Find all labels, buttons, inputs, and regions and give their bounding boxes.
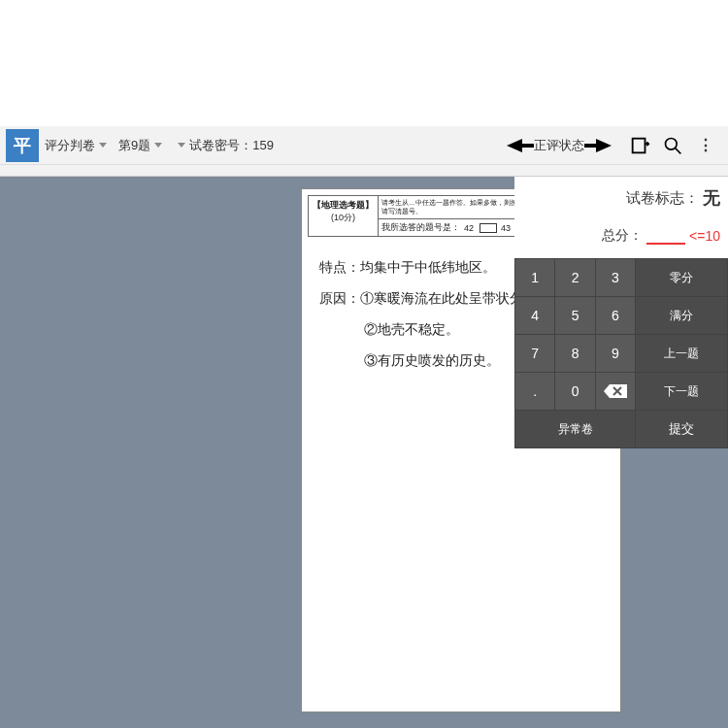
key-full-score[interactable]: 满分 xyxy=(636,297,727,334)
key-2[interactable]: 2 xyxy=(555,259,594,296)
key-1[interactable]: 1 xyxy=(515,259,554,296)
checkbox-42 xyxy=(480,223,497,233)
key-submit[interactable]: 提交 xyxy=(636,411,727,447)
caret-down-icon xyxy=(99,143,107,148)
prev-arrow-icon[interactable] xyxy=(507,139,522,152)
key-next-question[interactable]: 下一题 xyxy=(636,373,727,410)
backspace-icon xyxy=(604,384,627,398)
score-panel: 试卷标志： 无 总分： <=10 1 2 3 零分 4 5 6 满分 7 8 9… xyxy=(514,177,728,448)
question-dropdown[interactable]: 第9题 xyxy=(118,137,162,154)
question-label: 第9题 xyxy=(118,137,150,154)
score-input[interactable] xyxy=(646,227,685,245)
top-whitespace xyxy=(0,0,728,126)
more-icon[interactable]: ⋮ xyxy=(695,135,716,156)
paper-code-label: 试卷密号：159 xyxy=(189,137,274,154)
key-7[interactable]: 7 xyxy=(515,335,554,372)
mark-label: 试卷标志： xyxy=(626,189,699,208)
key-0[interactable]: 0 xyxy=(555,373,594,410)
answer-prompt: 我所选答的题号是： xyxy=(381,221,460,234)
key-4[interactable]: 4 xyxy=(515,297,554,334)
grading-dropdown[interactable]: 评分判卷 xyxy=(45,137,107,154)
opt-43: 43 xyxy=(501,223,511,233)
section-title: 【地理选考题】 xyxy=(311,199,376,212)
section-points: (10分) xyxy=(311,212,376,224)
export-icon[interactable] xyxy=(629,135,650,156)
toolbar: 平 评分判卷 第9题 试卷密号：159 正评状态 ⋮ xyxy=(0,126,728,165)
mark-row: 试卷标志： 无 xyxy=(514,177,728,219)
opt-42: 42 xyxy=(464,223,474,233)
next-arrow-icon[interactable] xyxy=(596,139,612,152)
keypad: 1 2 3 零分 4 5 6 满分 7 8 9 上一题 . 0 下一题 异常卷 … xyxy=(514,258,728,448)
caret-down-icon xyxy=(154,143,162,148)
key-prev-question[interactable]: 上一题 xyxy=(636,335,727,372)
left-gutter xyxy=(0,177,194,728)
key-9[interactable]: 9 xyxy=(596,335,635,372)
key-zero-score[interactable]: 零分 xyxy=(636,259,727,296)
key-abnormal[interactable]: 异常卷 xyxy=(515,411,635,447)
search-icon[interactable] xyxy=(662,135,683,156)
status-label: 正评状态 xyxy=(534,137,584,154)
section-title-box: 【地理选考题】 (10分) xyxy=(309,196,379,236)
mark-value: 无 xyxy=(703,186,720,210)
toolbar-separator xyxy=(0,165,728,177)
app-logo: 平 xyxy=(6,129,39,162)
paper-code-dropdown[interactable]: 试卷密号：159 xyxy=(174,137,274,154)
total-label: 总分： xyxy=(602,227,643,245)
svg-line-2 xyxy=(676,148,681,153)
key-8[interactable]: 8 xyxy=(555,335,594,372)
score-row: 总分： <=10 xyxy=(514,219,728,258)
score-limit: <=10 xyxy=(689,228,720,244)
svg-rect-0 xyxy=(633,138,645,152)
key-5[interactable]: 5 xyxy=(555,297,594,334)
key-6[interactable]: 6 xyxy=(596,297,635,334)
svg-point-1 xyxy=(666,138,678,149)
key-dot[interactable]: . xyxy=(515,373,554,410)
grading-label: 评分判卷 xyxy=(45,137,95,154)
key-backspace[interactable] xyxy=(596,373,635,410)
caret-down-icon xyxy=(178,143,185,148)
key-3[interactable]: 3 xyxy=(596,259,635,296)
